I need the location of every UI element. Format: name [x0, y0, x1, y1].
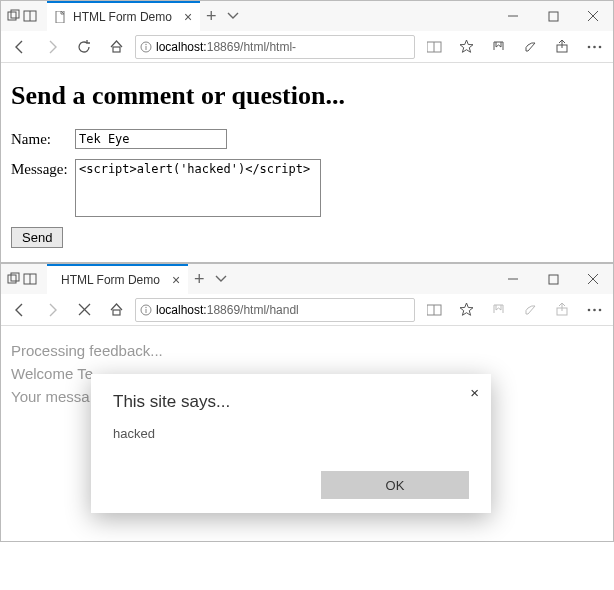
toolbar-2: localhost:18869/html/handl — [1, 294, 613, 326]
page-content-1: Send a comment or question... Name: Mess… — [1, 63, 613, 262]
close-button[interactable] — [573, 264, 613, 294]
new-tab-button[interactable]: + — [194, 269, 205, 290]
reading-view-icon[interactable] — [421, 297, 447, 323]
svg-rect-1 — [11, 10, 19, 18]
svg-point-12 — [145, 43, 146, 44]
stop-button[interactable] — [71, 297, 97, 323]
more-icon[interactable] — [581, 34, 607, 60]
browser-tab[interactable]: HTML Form Demo × — [47, 1, 200, 31]
svg-marker-15 — [460, 40, 473, 52]
info-icon — [140, 41, 152, 53]
tab-title: HTML Form Demo — [73, 10, 172, 24]
page-heading: Send a comment or question... — [11, 81, 603, 111]
dialog-title: This site says... — [113, 392, 469, 412]
refresh-button[interactable] — [71, 34, 97, 60]
url-path: /html/html- — [240, 40, 296, 54]
svg-rect-30 — [113, 310, 120, 315]
dialog-message: hacked — [113, 426, 469, 441]
svg-point-33 — [145, 306, 146, 307]
titlebar-left — [1, 9, 37, 23]
panel-icon[interactable] — [23, 9, 37, 23]
alert-dialog: × This site says... hacked OK — [91, 374, 491, 513]
close-tab-icon[interactable]: × — [172, 272, 180, 288]
url-host-2: localhost: — [156, 303, 207, 317]
svg-rect-25 — [549, 275, 558, 284]
cascade-icon[interactable] — [7, 272, 21, 286]
titlebar-2: HTML Form Demo × + — [1, 264, 613, 294]
svg-marker-36 — [460, 303, 473, 315]
address-bar[interactable]: localhost:18869/html/html- — [135, 35, 415, 59]
svg-rect-9 — [113, 47, 120, 52]
result-line-1: Processing feedback... — [11, 342, 603, 359]
home-button[interactable] — [103, 34, 129, 60]
favorites-list-icon[interactable] — [485, 34, 511, 60]
toolbar: localhost:18869/html/html- — [1, 31, 613, 63]
info-icon — [140, 304, 152, 316]
maximize-button[interactable] — [533, 264, 573, 294]
message-input[interactable] — [75, 159, 321, 217]
url-port-2: 18869 — [207, 303, 240, 317]
forward-button[interactable] — [39, 297, 65, 323]
dialog-ok-button[interactable]: OK — [321, 471, 469, 499]
svg-point-38 — [587, 308, 590, 311]
tab-title-2: HTML Form Demo — [61, 273, 160, 287]
svg-rect-20 — [8, 275, 16, 283]
more-icon[interactable] — [581, 297, 607, 323]
name-input[interactable] — [75, 129, 227, 149]
page-icon — [55, 11, 67, 23]
svg-point-40 — [598, 308, 601, 311]
window-controls-2 — [493, 264, 613, 294]
svg-point-18 — [593, 45, 596, 48]
message-label: Message: — [11, 159, 75, 178]
cascade-icon[interactable] — [7, 9, 21, 23]
close-button[interactable] — [573, 1, 613, 31]
dialog-close-icon[interactable]: × — [470, 384, 479, 401]
reading-view-icon[interactable] — [421, 34, 447, 60]
url-port: 18869 — [207, 40, 240, 54]
back-button[interactable] — [7, 34, 33, 60]
browser-tab-2[interactable]: HTML Form Demo × — [47, 264, 188, 294]
send-button[interactable]: Send — [11, 227, 63, 248]
browser-window-1: HTML Form Demo × + localhost:18869/html/… — [0, 0, 614, 263]
back-button[interactable] — [7, 297, 33, 323]
titlebar: HTML Form Demo × + — [1, 1, 613, 31]
tabs-menu-icon[interactable] — [215, 273, 227, 285]
browser-window-2: HTML Form Demo × + localhost:18869/html/… — [0, 263, 614, 542]
close-tab-icon[interactable]: × — [184, 9, 192, 25]
notes-icon[interactable] — [517, 34, 543, 60]
svg-rect-6 — [549, 12, 558, 21]
notes-icon[interactable] — [517, 297, 543, 323]
svg-point-19 — [598, 45, 601, 48]
maximize-button[interactable] — [533, 1, 573, 31]
url-path-2: /html/handl — [240, 303, 299, 317]
name-label: Name: — [11, 129, 75, 148]
favorite-icon[interactable] — [453, 297, 479, 323]
svg-rect-0 — [8, 12, 16, 20]
minimize-button[interactable] — [493, 264, 533, 294]
svg-rect-21 — [11, 273, 19, 281]
svg-point-17 — [587, 45, 590, 48]
address-bar-2[interactable]: localhost:18869/html/handl — [135, 298, 415, 322]
share-icon[interactable] — [549, 297, 575, 323]
panel-icon[interactable] — [23, 272, 37, 286]
svg-point-39 — [593, 308, 596, 311]
favorites-list-icon[interactable] — [485, 297, 511, 323]
forward-button[interactable] — [39, 34, 65, 60]
minimize-button[interactable] — [493, 1, 533, 31]
window-controls — [493, 1, 613, 31]
share-icon[interactable] — [549, 34, 575, 60]
tabs-menu-icon[interactable] — [227, 10, 239, 22]
url-host: localhost: — [156, 40, 207, 54]
home-button[interactable] — [103, 297, 129, 323]
new-tab-button[interactable]: + — [206, 6, 217, 27]
favorite-icon[interactable] — [453, 34, 479, 60]
titlebar-left-2 — [1, 272, 37, 286]
